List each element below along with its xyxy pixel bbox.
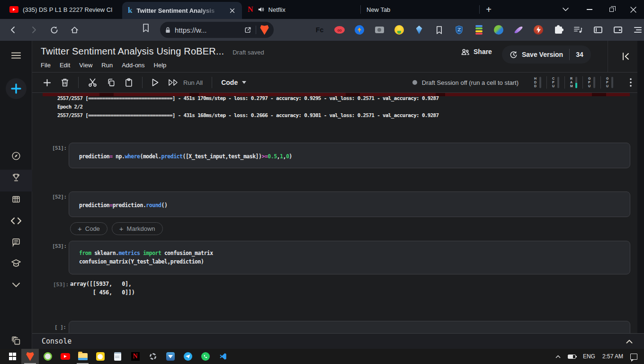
restore-button[interactable] bbox=[600, 0, 622, 19]
save-version-button[interactable]: Save Version bbox=[522, 51, 563, 58]
sidebar-window-stack-icon[interactable] bbox=[0, 330, 32, 351]
menu-addons[interactable]: Add-ons bbox=[122, 62, 144, 69]
sidebar-item-learn[interactable] bbox=[0, 253, 32, 274]
code-cell-52[interactable]: prediction=prediction.round() bbox=[69, 191, 630, 217]
sidebar-item-explore[interactable] bbox=[0, 146, 32, 166]
notebook-content: 2557/2557 [=============================… bbox=[32, 93, 637, 333]
tray-chevron-icon[interactable] bbox=[555, 355, 561, 358]
minimize-button[interactable] bbox=[579, 0, 600, 19]
app-menu-icon[interactable] bbox=[633, 25, 643, 35]
taskbar-settings[interactable] bbox=[144, 349, 161, 364]
tab-search-icon[interactable] bbox=[552, 0, 579, 19]
taskbar-vscode[interactable] bbox=[214, 349, 232, 364]
share-icon[interactable] bbox=[244, 26, 252, 34]
color-stack-extension-icon[interactable] bbox=[474, 25, 484, 35]
version-count[interactable]: 34 bbox=[576, 51, 583, 58]
empty-code-cell[interactable] bbox=[69, 321, 630, 333]
tab-close-icon[interactable] bbox=[228, 6, 236, 15]
taskbar-whatsapp[interactable] bbox=[197, 349, 214, 364]
code-editor[interactable]: prediction=prediction.round() bbox=[69, 192, 630, 209]
fc-extension-icon[interactable]: Fc bbox=[314, 25, 325, 35]
home-icon[interactable] bbox=[68, 23, 81, 36]
sidebar-item-datasets[interactable] bbox=[0, 189, 32, 210]
menu-file[interactable]: File bbox=[41, 62, 51, 69]
menu-help[interactable]: Help bbox=[154, 62, 167, 69]
sidebar-toggle-icon[interactable] bbox=[593, 25, 603, 35]
scrollbar-gutter[interactable] bbox=[637, 41, 644, 333]
forward-icon[interactable] bbox=[27, 23, 40, 36]
action-center-icon[interactable] bbox=[630, 354, 637, 360]
taskbar-notepad[interactable] bbox=[109, 349, 126, 364]
clock[interactable]: 2:57 AM bbox=[602, 353, 623, 360]
code-cell-53[interactable]: from sklearn.metrics import confusion_ma… bbox=[69, 241, 630, 274]
playlist-icon[interactable] bbox=[573, 25, 583, 35]
reload-icon[interactable] bbox=[47, 23, 61, 36]
lock-icon[interactable] bbox=[165, 27, 171, 34]
shield-extension-icon[interactable] bbox=[454, 25, 464, 35]
menu-edit[interactable]: Edit bbox=[60, 62, 70, 69]
add-cell-icon[interactable] bbox=[43, 78, 52, 87]
url-text[interactable]: https://w... bbox=[175, 26, 240, 34]
language-indicator[interactable]: ENG bbox=[583, 353, 595, 360]
sidebar-item-code[interactable] bbox=[0, 210, 32, 231]
audio-speaker-icon[interactable] bbox=[258, 6, 264, 13]
menu-view[interactable]: View bbox=[79, 62, 92, 69]
share-button[interactable]: Share bbox=[461, 48, 492, 55]
sidebar-item-competitions[interactable] bbox=[0, 167, 32, 188]
paste-icon[interactable] bbox=[125, 78, 133, 87]
tab-new-tab[interactable]: New Tab bbox=[361, 0, 479, 19]
taskbar-brave[interactable] bbox=[21, 349, 39, 364]
flash-extension-icon[interactable] bbox=[533, 25, 544, 35]
taskbar-netflix[interactable]: N bbox=[126, 349, 144, 364]
tab-youtube[interactable]: (335) DS P L1 B 2227 Review Cl bbox=[4, 0, 122, 19]
more-options-icon[interactable] bbox=[630, 78, 632, 87]
tab-kaggle-active[interactable]: k Twitter Sentiment Analysis bbox=[122, 2, 242, 19]
sidebar-create-button[interactable] bbox=[0, 78, 32, 99]
add-code-button[interactable]: + Code bbox=[70, 222, 107, 235]
taskbar-youtube[interactable] bbox=[56, 349, 74, 364]
code-cell-51[interactable]: prediction= np.where(model.predict([X_te… bbox=[69, 143, 630, 168]
code-editor[interactable]: from sklearn.metrics import confusion_ma… bbox=[69, 241, 630, 266]
infinity-extension-icon[interactable] bbox=[334, 25, 345, 35]
copy-icon[interactable] bbox=[107, 78, 116, 87]
sidebar-menu-button[interactable] bbox=[0, 45, 32, 66]
run-all-label[interactable]: Run All bbox=[183, 79, 203, 86]
pointer-extension-icon[interactable] bbox=[354, 25, 365, 35]
run-cell-icon[interactable] bbox=[152, 78, 159, 87]
sidebar-item-discussions[interactable] bbox=[0, 232, 32, 253]
wallet-icon[interactable] bbox=[613, 25, 623, 35]
taskbar-idm[interactable] bbox=[161, 349, 179, 364]
run-all-icon[interactable] bbox=[168, 79, 179, 86]
console-label[interactable]: Console bbox=[42, 337, 72, 346]
taskbar-game-booster[interactable] bbox=[39, 349, 56, 364]
menu-run[interactable]: Run bbox=[101, 62, 113, 69]
close-button[interactable] bbox=[622, 0, 644, 19]
sidebar-more-chevron-icon[interactable] bbox=[0, 274, 32, 295]
money-face-extension-icon[interactable] bbox=[394, 25, 404, 35]
taskbar-file-explorer[interactable] bbox=[74, 349, 91, 364]
feather-extension-icon[interactable] bbox=[513, 25, 524, 35]
code-editor[interactable]: prediction= np.where(model.predict([X_te… bbox=[69, 143, 630, 161]
cut-icon[interactable] bbox=[88, 78, 98, 87]
taskbar-media-player[interactable] bbox=[91, 349, 109, 364]
battery-icon[interactable] bbox=[568, 355, 576, 359]
cell-type-dropdown[interactable]: Code bbox=[221, 79, 246, 86]
camera-extension-icon[interactable] bbox=[374, 25, 385, 35]
puzzle-extensions-icon[interactable] bbox=[553, 25, 564, 35]
start-button[interactable] bbox=[4, 349, 21, 364]
download-manager-extension-icon[interactable] bbox=[493, 25, 504, 35]
new-tab-button[interactable]: + bbox=[480, 0, 498, 19]
back-icon[interactable] bbox=[7, 23, 20, 36]
taskbar-telegram[interactable] bbox=[179, 349, 197, 364]
notebook-title[interactable]: Twitter Sentiment Analysis Using RoBER..… bbox=[41, 46, 224, 57]
bookmarks-icon[interactable] bbox=[142, 23, 150, 33]
delete-cell-icon[interactable] bbox=[61, 78, 69, 87]
brave-shields-icon[interactable] bbox=[260, 25, 269, 35]
tab-netflix[interactable]: N Netflix bbox=[242, 0, 360, 19]
add-markdown-button[interactable]: + Markdown bbox=[112, 222, 163, 235]
url-bar[interactable]: https://w... bbox=[160, 22, 274, 38]
bookmark-extension-icon[interactable] bbox=[434, 25, 444, 35]
console-expand-icon[interactable] bbox=[626, 339, 633, 344]
console-bar[interactable]: Console bbox=[32, 333, 644, 349]
gem-extension-icon[interactable] bbox=[414, 25, 424, 35]
